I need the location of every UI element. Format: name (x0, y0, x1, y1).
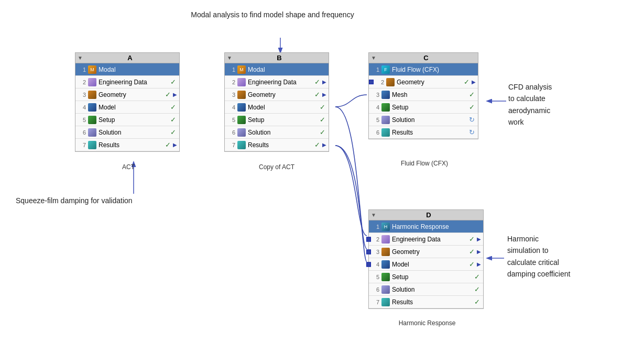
block-A-row-3[interactable]: 3 Geometry ✓ ▶ (75, 88, 179, 101)
block-A-row-6[interactable]: 6 Solution ✓ (75, 126, 179, 139)
block-A-row-4[interactable]: 4 Model ✓ (75, 101, 179, 114)
geom-icon (381, 248, 390, 256)
conn-square-d3 (366, 249, 371, 254)
block-D-row-4[interactable]: 4 Model ✓ ▶ (369, 258, 483, 271)
harmonic-icon: H (381, 223, 390, 231)
block-B-row-2[interactable]: 2 Engineering Data ✓ ▶ (225, 76, 329, 88)
block-D: ▼ D 1 H Harmonic Response 2 Engineering … (368, 209, 484, 309)
model-icon (381, 260, 390, 269)
top-annotation: Modal analysis to find model shape and f… (105, 10, 440, 19)
block-B: ▼ B 1 M Modal 2 Engineering Data ✓ ▶ 3 G… (224, 52, 329, 152)
block-C-title: C (376, 54, 476, 62)
block-B-caption: Copy of ACT (250, 163, 303, 171)
solution-icon (381, 285, 390, 294)
block-C: ▼ C 1 F Fluid Flow (CFX) 2 Geometry ✓ ▶ … (368, 52, 478, 139)
row-num: 1 (78, 67, 86, 73)
conn-square-d4 (366, 262, 371, 267)
results-icon (88, 141, 96, 149)
modal-icon: M (237, 65, 246, 74)
geom-icon (237, 91, 246, 99)
block-B-row-4[interactable]: 4 Model ✓ (225, 101, 329, 114)
block-B-title: B (232, 54, 326, 62)
block-B-row-6[interactable]: 6 Solution ✓ (225, 126, 329, 139)
right-harmonic-annotation: Harmonicsimulation tocalculate criticald… (507, 233, 623, 280)
block-C-row-1[interactable]: 1 F Fluid Flow (CFX) (369, 63, 478, 76)
engdata-icon (381, 235, 390, 244)
block-C-row-2[interactable]: 2 Geometry ✓ ▶ (369, 76, 478, 88)
block-C-row-3[interactable]: 3 Mesh ✓ (369, 88, 478, 101)
block-A: ▼ A 1 M Modal 2 Engineering Data ✓ 3 Geo… (75, 52, 180, 152)
block-D-row-3[interactable]: 3 Geometry ✓ ▶ (369, 246, 483, 258)
block-A-row-5[interactable]: 5 Setup ✓ (75, 114, 179, 126)
block-D-title: D (376, 211, 481, 219)
model-icon (88, 103, 96, 112)
conn-square-d2 (366, 237, 371, 241)
block-B-dropdown[interactable]: ▼ (227, 55, 232, 61)
block-C-row-5[interactable]: 5 Solution ↻ (369, 114, 478, 126)
block-D-row-6[interactable]: 6 Solution ✓ (369, 283, 483, 296)
refresh-icon: ↻ (469, 116, 475, 124)
block-A-caption: ACT (113, 163, 144, 171)
geom-icon (386, 78, 395, 86)
setup-icon (88, 116, 96, 124)
fluid-icon: F (381, 65, 390, 74)
block-D-header: ▼ D (369, 210, 483, 220)
diagram-container: Modal analysis to find model shape and f… (0, 0, 644, 354)
right-cfd-annotation: CFD analysisto calculateaerodynamicwork (508, 81, 613, 128)
results-icon (237, 141, 246, 149)
block-A-dropdown[interactable]: ▼ (78, 55, 83, 61)
block-D-caption: Harmonic Response (388, 319, 466, 327)
block-B-row-3[interactable]: 3 Geometry ✓ ▶ (225, 88, 329, 101)
engdata-icon (237, 78, 246, 86)
block-D-row-7[interactable]: 7 Results ✓ (369, 296, 483, 308)
model-icon (237, 103, 246, 112)
setup-icon (237, 116, 246, 124)
block-B-row-5[interactable]: 5 Setup ✓ (225, 114, 329, 126)
block-D-row-1[interactable]: 1 H Harmonic Response (369, 220, 483, 233)
setup-icon (381, 103, 390, 112)
block-A-header: ▼ A (75, 53, 179, 63)
block-B-row-7[interactable]: 7 Results ✓ ▶ (225, 139, 329, 151)
block-D-row-2[interactable]: 2 Engineering Data ✓ ▶ (369, 233, 483, 246)
results-icon (381, 128, 390, 137)
block-A-row-2[interactable]: 2 Engineering Data ✓ (75, 76, 179, 88)
geom-icon (88, 91, 96, 99)
block-A-row-7[interactable]: 7 Results ✓ ▶ (75, 139, 179, 151)
solution-icon (237, 128, 246, 137)
setup-icon (381, 273, 390, 281)
block-B-header: ▼ B (225, 53, 329, 63)
refresh-icon-2: ↻ (469, 128, 475, 136)
left-annotation: Squeeze-film damping for validation (16, 196, 173, 205)
block-C-caption: Fluid Flow (CFX) (383, 160, 466, 167)
block-A-title: A (83, 54, 177, 62)
block-B-row-1[interactable]: 1 M Modal (225, 63, 329, 76)
block-A-row-1[interactable]: 1 M Modal (75, 63, 179, 76)
block-D-row-5[interactable]: 5 Setup ✓ (369, 271, 483, 283)
results-icon (381, 298, 390, 306)
solution-icon (88, 128, 96, 137)
engdata-icon (88, 78, 96, 86)
block-C-dropdown[interactable]: ▼ (371, 55, 376, 61)
block-C-row-4[interactable]: 4 Setup ✓ (369, 101, 478, 114)
conn-square (369, 80, 374, 84)
block-C-row-6[interactable]: 6 Results ↻ (369, 126, 478, 139)
block-D-dropdown[interactable]: ▼ (371, 212, 376, 218)
row-label: Modal (99, 66, 177, 73)
mesh-icon (381, 91, 390, 99)
block-C-header: ▼ C (369, 53, 478, 63)
modal-icon: M (88, 65, 96, 74)
solution-icon (381, 116, 390, 124)
